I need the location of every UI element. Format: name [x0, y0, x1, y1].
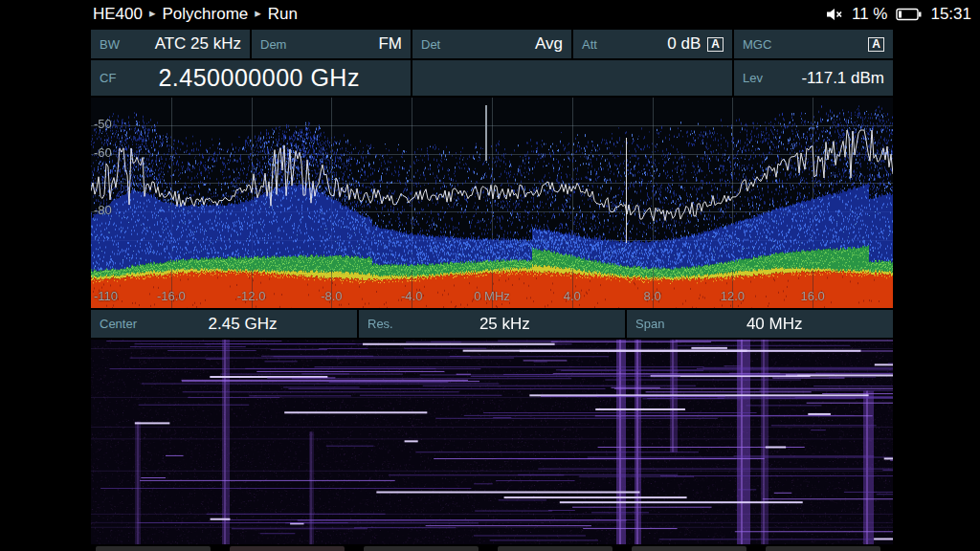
center-value: 2.45 GHz: [137, 315, 348, 334]
res-label: Res.: [368, 317, 393, 331]
demodulation-field[interactable]: Dem FM: [252, 30, 411, 58]
cf-label: CF: [100, 71, 116, 85]
x-axis-label: 0 MHz: [474, 289, 510, 303]
x-axis-label: 4.0: [564, 289, 581, 303]
softkey[interactable]: [364, 546, 479, 551]
level-field[interactable]: Lev -117.1 dBm: [734, 60, 893, 96]
dem-label: Dem: [260, 37, 286, 52]
status-bar: HE400 ▸ Polychrome ▸ Run 11 % 15:31: [0, 0, 980, 28]
res-value: 25 kHz: [393, 315, 616, 334]
softkey[interactable]: [498, 546, 612, 551]
x-axis-label: -12.0: [237, 289, 266, 303]
center-label: Center: [100, 317, 137, 331]
mgc-field[interactable]: MGC A: [734, 30, 893, 58]
mgc-label: MGC: [743, 37, 771, 52]
softkey[interactable]: [632, 546, 746, 551]
breadcrumb: HE400 ▸ Polychrome ▸ Run: [93, 5, 298, 24]
span-value: 40 MHz: [664, 315, 884, 334]
auto-badge: A: [868, 37, 884, 52]
clock: 15:31: [930, 5, 971, 24]
x-axis-label: -8.0: [321, 289, 342, 303]
dem-value: FM: [378, 34, 402, 54]
speaker-muted-icon: [826, 8, 843, 21]
lev-label: Lev: [743, 71, 763, 85]
att-value: 0 dB: [667, 34, 701, 54]
breadcrumb-state: Run: [268, 5, 298, 24]
bw-field[interactable]: BW ATC 25 kHz: [91, 30, 250, 58]
softkey[interactable]: [230, 546, 345, 551]
center-frequency-field[interactable]: CF 2.450000000 GHz: [91, 60, 411, 96]
breadcrumb-device: HE400: [93, 5, 143, 24]
y-axis-label: -110: [94, 289, 118, 303]
battery-icon: [896, 8, 922, 21]
y-axis-label: -50: [94, 117, 112, 131]
x-axis-label: 8.0: [644, 289, 661, 303]
span-label: Span: [635, 317, 664, 331]
battery-percent: 11 %: [852, 5, 888, 24]
x-axis-label: 16.0: [801, 289, 825, 303]
spectrum-display: -50 -60 -80 -110 -16.0 -12.0 -8.0 -4.0 0…: [91, 98, 893, 308]
det-label: Det: [421, 37, 440, 52]
bw-label: BW: [100, 37, 120, 52]
x-axis-label: -4.0: [401, 289, 422, 303]
span-field[interactable]: Span 40 MHz: [627, 310, 893, 338]
waterfall-display: [91, 340, 893, 544]
att-label: Att: [582, 37, 597, 52]
softkey[interactable]: [96, 546, 211, 551]
x-axis-label: -16.0: [157, 289, 186, 303]
detector-field[interactable]: Det Avg: [412, 30, 571, 58]
x-axis-label: 12.0: [721, 289, 745, 303]
softkey[interactable]: [766, 546, 880, 551]
center-field[interactable]: Center 2.45 GHz: [91, 310, 357, 338]
y-axis-label: -60: [94, 145, 112, 160]
breadcrumb-separator-icon: ▸: [255, 6, 261, 20]
det-value: Avg: [535, 34, 563, 54]
status-right-cluster: 11 % 15:31: [826, 5, 971, 24]
waterfall-canvas: [91, 340, 893, 544]
y-axis-label: -80: [94, 203, 112, 217]
bw-value: ATC 25 kHz: [155, 34, 241, 54]
lev-value: -117.1 dBm: [801, 69, 884, 88]
empty-field: [412, 60, 732, 96]
auto-badge: A: [707, 37, 724, 52]
breadcrumb-mode: Polychrome: [163, 5, 249, 24]
breadcrumb-separator-icon: ▸: [149, 6, 156, 20]
cf-value: 2.450000000 GHz: [116, 64, 402, 92]
resolution-field[interactable]: Res. 25 kHz: [359, 310, 625, 338]
spectrum-canvas: [91, 98, 893, 308]
attenuation-field[interactable]: Att 0 dB A: [573, 30, 732, 58]
